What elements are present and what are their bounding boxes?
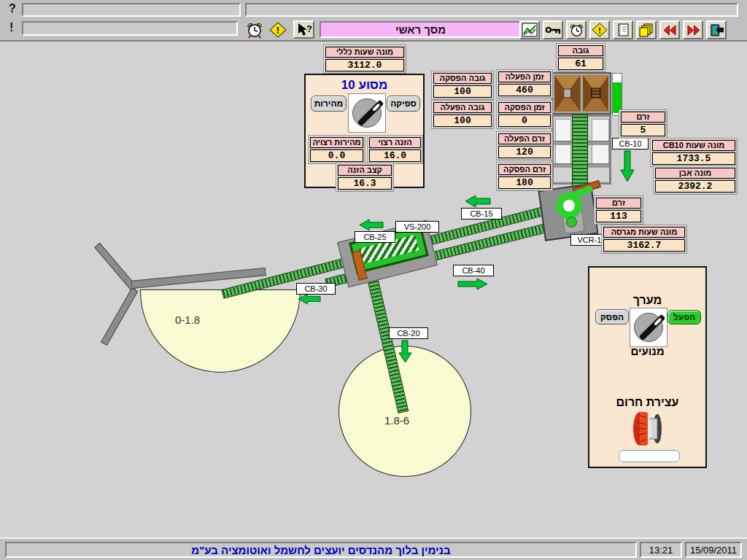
motors-control-panel: מערך הפסק הפעל מנועים עצירת חרום xyxy=(588,266,707,468)
meter-stone-counter: מונה אבן 2392.2 xyxy=(653,166,738,195)
cb25-left-arrow-icon xyxy=(359,219,384,231)
conveyor10-title: מסוע 10 xyxy=(306,78,423,93)
meter-stop-height: גובה הפסקה 100 xyxy=(431,71,494,100)
chart-icon xyxy=(522,23,538,37)
alarms-button[interactable] xyxy=(566,20,587,39)
company-name: בנימין בלוך מהנדסים יועצים לחשמל ואוטומצ… xyxy=(5,542,637,558)
info-message-field xyxy=(245,3,738,17)
svg-text:!: ! xyxy=(276,25,279,36)
tag-cb40: CB-40 xyxy=(453,265,494,276)
hopper-level-fill xyxy=(613,82,622,113)
meter-feed-rate: קצב הזנה 16.3 xyxy=(336,163,394,192)
control-panel-subtitle: מנועים xyxy=(589,345,705,357)
pile-fine-label: 0-1.8 xyxy=(175,314,200,326)
hopper-cell-icon xyxy=(583,75,609,112)
alarm-message-field xyxy=(22,21,238,36)
pile-coarse-label: 1.8-6 xyxy=(384,414,409,427)
screen-title: מסך ראשי xyxy=(320,21,522,38)
help-cursor-icon: ? xyxy=(296,23,312,37)
pages-icon xyxy=(639,23,654,37)
feed-hopper-bins xyxy=(551,72,611,114)
switch-knob-icon xyxy=(634,313,663,342)
meter-cb10-hours: מונה שעות CB10 1733.5 xyxy=(650,138,738,167)
exit-button[interactable] xyxy=(706,20,727,39)
meter-desired-speed: מהירות רצויה 0.0 xyxy=(308,135,365,164)
warnings-button[interactable]: ! xyxy=(589,20,610,39)
emergency-stop-label: עצירת חרום xyxy=(589,396,705,409)
meter-feeder-current: זרם 5 xyxy=(619,109,667,139)
pages-button[interactable] xyxy=(636,20,657,39)
top-toolbar: ? ! ! ? מסך ראשי ! xyxy=(0,0,747,42)
stockpile-fine xyxy=(140,289,301,373)
crusher-rotor xyxy=(556,192,582,219)
login-key-button[interactable] xyxy=(543,20,563,39)
belt-cb10 xyxy=(572,114,588,188)
tag-vs200: VS-200 xyxy=(395,221,439,233)
clock-date: 15/09/2011 xyxy=(685,542,742,558)
meter-stop-current: זרם הפסקה 180 xyxy=(496,162,553,191)
stop-motors-button[interactable]: הפסק xyxy=(595,309,629,324)
previous-screen-button[interactable] xyxy=(659,20,680,39)
speed-mode-button[interactable]: מהירות xyxy=(311,96,347,112)
clock-time: 13:21 xyxy=(640,542,682,558)
alarm-line-label: ! xyxy=(9,21,13,34)
svg-text:!: ! xyxy=(598,26,601,36)
forward-icon xyxy=(686,24,701,36)
exit-icon xyxy=(709,23,724,37)
help-cursor-button[interactable]: ? xyxy=(293,20,314,39)
motors-mode-switch[interactable] xyxy=(630,308,667,347)
system-message-field xyxy=(22,3,241,17)
report-button[interactable] xyxy=(613,20,633,39)
conveyor10-mode-switch[interactable] xyxy=(348,93,386,133)
meter-total-hours: מונה שעות כללי 3112.0 xyxy=(323,44,406,74)
key-icon xyxy=(545,25,562,35)
back-icon xyxy=(662,24,678,36)
emergency-stop-icon xyxy=(630,411,668,447)
control-panel-title: מערך xyxy=(589,294,705,307)
cb20-down-arrow-icon xyxy=(398,340,412,363)
scada-main-screen: { "toolbar": { "q_label": "?", "excl_lab… xyxy=(0,0,747,560)
alarm-clock-icon xyxy=(569,23,584,38)
meter-crusher-current: זרם 113 xyxy=(594,195,643,225)
tag-cb10: CB-10 xyxy=(612,138,649,149)
crusher-ball xyxy=(566,217,577,228)
svg-text:?: ? xyxy=(306,23,312,34)
tag-cb25: CB-25 xyxy=(355,231,395,243)
status-bar: בנימין בלוך מהנדסים יועצים לחשמל ואוטומצ… xyxy=(0,537,747,560)
tag-cb30: CB-30 xyxy=(296,283,336,295)
warning-diamond-icon: ! xyxy=(269,22,287,38)
report-icon xyxy=(616,23,630,37)
cb40-right-arrow-icon xyxy=(457,278,488,290)
meter-run-height: גובה הפעלה 100 xyxy=(431,100,494,129)
help-line-label: ? xyxy=(9,2,16,15)
cb30-left-arrow-icon xyxy=(296,293,322,305)
meter-run-current: זרם הפעלה 120 xyxy=(496,131,553,160)
next-screen-button[interactable] xyxy=(683,20,703,39)
stacker-arm-lower xyxy=(101,288,138,346)
switch-knob-icon xyxy=(352,98,382,128)
emergency-stop-button[interactable] xyxy=(630,411,668,447)
trend-chart-button[interactable] xyxy=(519,20,540,39)
meter-run-time: זמן הפעלה 460 xyxy=(496,69,553,98)
tag-cb20: CB-20 xyxy=(389,327,428,339)
meter-desired-feed: הזנה רצוי 16.0 xyxy=(367,135,423,164)
meter-stop-time: זמן הפסקה 0 xyxy=(496,100,553,129)
cb10-down-arrow-icon xyxy=(620,150,635,182)
alarm-clock-icon xyxy=(245,20,263,39)
meter-height: גובה 61 xyxy=(556,43,605,72)
conveyor10-panel: מסוע 10 מהירות ספיקה מהירות רצויה 0.0 הז… xyxy=(304,74,425,188)
meter-crusher-hours: מונה שעות מגרסה 3162.7 xyxy=(601,225,687,254)
control-panel-field[interactable] xyxy=(619,450,680,462)
start-motors-button[interactable]: הפעל xyxy=(667,310,701,324)
tag-cb15: CB-15 xyxy=(461,208,502,219)
hopper-cell-icon xyxy=(554,75,581,112)
warning-diamond-icon: ! xyxy=(592,23,608,37)
cb15-left-arrow-icon xyxy=(465,195,491,208)
flow-mode-button[interactable]: ספיקה xyxy=(387,96,420,112)
